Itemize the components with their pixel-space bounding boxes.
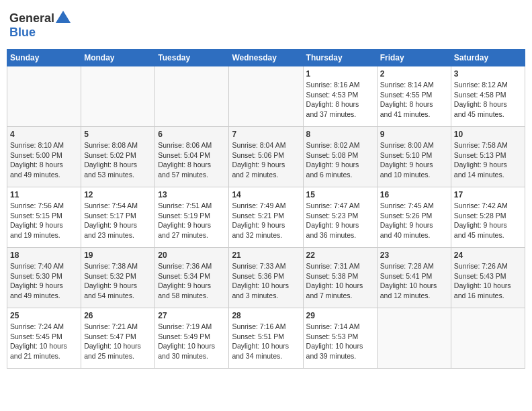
weekday-header-friday: Friday	[377, 50, 451, 66]
calendar-cell: 14Sunrise: 7:49 AM Sunset: 5:21 PM Dayli…	[229, 187, 303, 248]
calendar-cell	[377, 308, 451, 369]
logo: General Blue	[9, 11, 71, 40]
day-number: 29	[306, 311, 374, 320]
calendar-cell: 18Sunrise: 7:40 AM Sunset: 5:30 PM Dayli…	[7, 248, 81, 308]
calendar-cell: 26Sunrise: 7:21 AM Sunset: 5:47 PM Dayli…	[81, 308, 155, 369]
calendar-cell: 29Sunrise: 7:14 AM Sunset: 5:53 PM Dayli…	[303, 308, 377, 369]
calendar-cell: 22Sunrise: 7:31 AM Sunset: 5:38 PM Dayli…	[303, 248, 377, 308]
day-info: Sunrise: 8:16 AM Sunset: 4:53 PM Dayligh…	[306, 80, 374, 120]
day-info: Sunrise: 7:26 AM Sunset: 5:43 PM Dayligh…	[454, 261, 522, 301]
day-number: 27	[158, 311, 226, 320]
day-info: Sunrise: 7:42 AM Sunset: 5:28 PM Dayligh…	[454, 201, 522, 240]
weekday-header-thursday: Thursday	[303, 50, 377, 66]
calendar-cell: 12Sunrise: 7:54 AM Sunset: 5:17 PM Dayli…	[81, 187, 155, 248]
day-info: Sunrise: 7:47 AM Sunset: 5:23 PM Dayligh…	[306, 201, 374, 240]
day-info: Sunrise: 7:49 AM Sunset: 5:21 PM Dayligh…	[232, 201, 300, 240]
day-number: 21	[232, 250, 300, 260]
day-number: 13	[158, 190, 226, 199]
calendar-cell: 2Sunrise: 8:14 AM Sunset: 4:55 PM Daylig…	[377, 66, 451, 127]
day-info: Sunrise: 8:12 AM Sunset: 4:58 PM Dayligh…	[454, 80, 522, 120]
day-number: 11	[10, 190, 78, 199]
calendar-cell: 15Sunrise: 7:47 AM Sunset: 5:23 PM Dayli…	[303, 187, 377, 248]
day-info: Sunrise: 7:14 AM Sunset: 5:53 PM Dayligh…	[306, 322, 374, 361]
calendar-cell: 9Sunrise: 8:00 AM Sunset: 5:10 PM Daylig…	[377, 127, 451, 187]
day-info: Sunrise: 7:40 AM Sunset: 5:30 PM Dayligh…	[10, 261, 78, 301]
day-number: 24	[454, 250, 522, 260]
day-number: 2	[380, 69, 448, 79]
day-info: Sunrise: 7:31 AM Sunset: 5:38 PM Dayligh…	[306, 261, 374, 301]
page-header: General Blue	[7, 7, 525, 44]
day-number: 3	[454, 69, 522, 79]
day-info: Sunrise: 8:02 AM Sunset: 5:08 PM Dayligh…	[306, 140, 374, 180]
weekday-header-wednesday: Wednesday	[229, 50, 303, 66]
day-number: 18	[10, 250, 78, 260]
weekday-header-monday: Monday	[81, 50, 155, 66]
calendar-cell	[451, 308, 525, 369]
calendar-cell: 4Sunrise: 8:10 AM Sunset: 5:00 PM Daylig…	[7, 127, 81, 187]
calendar-cell: 20Sunrise: 7:36 AM Sunset: 5:34 PM Dayli…	[155, 248, 229, 308]
calendar-cell	[81, 66, 155, 127]
calendar-cell: 28Sunrise: 7:16 AM Sunset: 5:51 PM Dayli…	[229, 308, 303, 369]
day-info: Sunrise: 7:28 AM Sunset: 5:41 PM Dayligh…	[380, 261, 448, 301]
day-number: 10	[454, 130, 522, 139]
calendar-cell: 11Sunrise: 7:56 AM Sunset: 5:15 PM Dayli…	[7, 187, 81, 248]
calendar-cell: 24Sunrise: 7:26 AM Sunset: 5:43 PM Dayli…	[451, 248, 525, 308]
calendar-cell: 3Sunrise: 8:12 AM Sunset: 4:58 PM Daylig…	[451, 66, 525, 127]
calendar-cell: 21Sunrise: 7:33 AM Sunset: 5:36 PM Dayli…	[229, 248, 303, 308]
calendar-cell	[155, 66, 229, 127]
calendar-cell: 13Sunrise: 7:51 AM Sunset: 5:19 PM Dayli…	[155, 187, 229, 248]
calendar-cell	[229, 66, 303, 127]
calendar-cell: 6Sunrise: 8:06 AM Sunset: 5:04 PM Daylig…	[155, 127, 229, 187]
day-info: Sunrise: 7:45 AM Sunset: 5:26 PM Dayligh…	[380, 201, 448, 240]
day-number: 28	[232, 311, 300, 320]
day-info: Sunrise: 8:10 AM Sunset: 5:00 PM Dayligh…	[10, 140, 78, 180]
day-number: 6	[158, 130, 226, 139]
day-info: Sunrise: 8:14 AM Sunset: 4:55 PM Dayligh…	[380, 80, 448, 120]
calendar-cell: 27Sunrise: 7:19 AM Sunset: 5:49 PM Dayli…	[155, 308, 229, 369]
day-number: 4	[10, 130, 78, 139]
day-info: Sunrise: 8:00 AM Sunset: 5:10 PM Dayligh…	[380, 140, 448, 180]
day-number: 12	[84, 190, 152, 199]
svg-marker-0	[56, 11, 71, 23]
day-number: 19	[84, 250, 152, 260]
calendar-cell: 7Sunrise: 8:04 AM Sunset: 5:06 PM Daylig…	[229, 127, 303, 187]
calendar-cell	[7, 66, 81, 127]
calendar-header: SundayMondayTuesdayWednesdayThursdayFrid…	[7, 50, 525, 66]
day-number: 8	[306, 130, 374, 139]
day-number: 7	[232, 130, 300, 139]
day-info: Sunrise: 8:06 AM Sunset: 5:04 PM Dayligh…	[158, 140, 226, 180]
day-info: Sunrise: 7:54 AM Sunset: 5:17 PM Dayligh…	[84, 201, 152, 240]
day-number: 9	[380, 130, 448, 139]
day-info: Sunrise: 8:08 AM Sunset: 5:02 PM Dayligh…	[84, 140, 152, 180]
day-number: 22	[306, 250, 374, 260]
weekday-header-sunday: Sunday	[7, 50, 81, 66]
day-number: 5	[84, 130, 152, 139]
day-info: Sunrise: 7:58 AM Sunset: 5:13 PM Dayligh…	[454, 140, 522, 180]
day-info: Sunrise: 7:16 AM Sunset: 5:51 PM Dayligh…	[232, 322, 300, 361]
calendar-cell: 19Sunrise: 7:38 AM Sunset: 5:32 PM Dayli…	[81, 248, 155, 308]
day-number: 16	[380, 190, 448, 199]
calendar-cell: 23Sunrise: 7:28 AM Sunset: 5:41 PM Dayli…	[377, 248, 451, 308]
day-number: 23	[380, 250, 448, 260]
day-info: Sunrise: 7:24 AM Sunset: 5:45 PM Dayligh…	[10, 322, 78, 361]
calendar-table: SundayMondayTuesdayWednesdayThursdayFrid…	[7, 49, 525, 369]
day-number: 25	[10, 311, 78, 320]
day-info: Sunrise: 7:38 AM Sunset: 5:32 PM Dayligh…	[84, 261, 152, 301]
day-info: Sunrise: 7:33 AM Sunset: 5:36 PM Dayligh…	[232, 261, 300, 301]
weekday-header-saturday: Saturday	[451, 50, 525, 66]
day-number: 26	[84, 311, 152, 320]
calendar-cell: 1Sunrise: 8:16 AM Sunset: 4:53 PM Daylig…	[303, 66, 377, 127]
logo-general-text: General	[9, 11, 54, 26]
day-number: 1	[306, 69, 374, 79]
day-info: Sunrise: 7:19 AM Sunset: 5:49 PM Dayligh…	[158, 322, 226, 361]
day-number: 15	[306, 190, 374, 199]
calendar-cell: 16Sunrise: 7:45 AM Sunset: 5:26 PM Dayli…	[377, 187, 451, 248]
day-number: 14	[232, 190, 300, 199]
calendar-cell: 17Sunrise: 7:42 AM Sunset: 5:28 PM Dayli…	[451, 187, 525, 248]
day-info: Sunrise: 7:36 AM Sunset: 5:34 PM Dayligh…	[158, 261, 226, 301]
calendar-cell: 5Sunrise: 8:08 AM Sunset: 5:02 PM Daylig…	[81, 127, 155, 187]
day-info: Sunrise: 7:56 AM Sunset: 5:15 PM Dayligh…	[10, 201, 78, 240]
day-number: 20	[158, 250, 226, 260]
calendar-cell: 10Sunrise: 7:58 AM Sunset: 5:13 PM Dayli…	[451, 127, 525, 187]
calendar-cell: 25Sunrise: 7:24 AM Sunset: 5:45 PM Dayli…	[7, 308, 81, 369]
